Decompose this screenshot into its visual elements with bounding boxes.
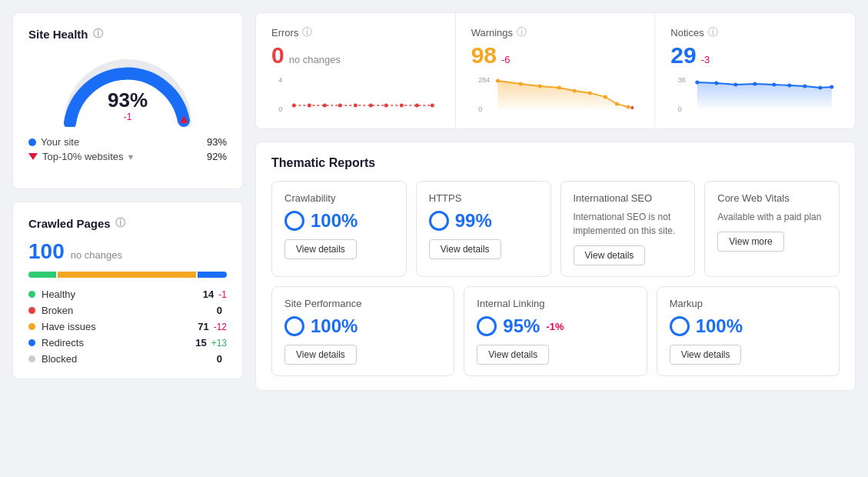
- svg-point-18: [537, 85, 541, 88]
- label-redirects: Redirects: [42, 337, 195, 349]
- markup-score: 100%: [670, 315, 826, 337]
- linking-name: Internal Linking: [477, 298, 634, 309]
- linking-score-change: -1%: [546, 321, 564, 332]
- intl-seo-name: International SEO: [574, 192, 683, 204]
- svg-point-5: [323, 104, 327, 108]
- site-health-card: Site Health ⓘ 93% -1: [12, 12, 243, 189]
- pb-healthy: [28, 272, 56, 278]
- intl-seo-view-btn[interactable]: View details: [574, 245, 646, 265]
- report-internal-linking: Internal Linking 95% -1% View details: [464, 286, 647, 376]
- svg-text:0: 0: [278, 105, 282, 113]
- crawled-pages-title: Crawled Pages ⓘ: [28, 216, 227, 230]
- label-broken: Broken: [42, 305, 217, 316]
- gauge-center: 93% -1: [108, 90, 148, 122]
- crawled-row-redirects: Redirects 15 +13: [28, 337, 227, 349]
- svg-point-3: [292, 104, 296, 108]
- label-blocked: Blocked: [42, 353, 217, 365]
- markup-score-val: 100%: [696, 315, 743, 337]
- notices-label: Notices ⓘ: [670, 25, 840, 39]
- errors-label-text: Errors: [271, 27, 298, 38]
- top-site-legend: Top-10% websites ▼ 92%: [28, 151, 227, 162]
- crawled-row-healthy: Healthy 14 -1: [28, 289, 227, 300]
- svg-point-16: [495, 79, 499, 83]
- site-health-title: Site Health ⓘ: [28, 27, 227, 41]
- site-health-label: Site Health: [28, 28, 88, 41]
- crawlability-view-btn[interactable]: View details: [284, 239, 357, 259]
- gauge-container: 93% -1 Your site 93%: [28, 50, 227, 165]
- dot-redirects: [28, 339, 35, 346]
- num-issues: 71: [198, 321, 208, 332]
- svg-text:4: 4: [278, 76, 282, 84]
- perf-score-val: 100%: [311, 315, 358, 337]
- dot-blocked: [28, 355, 35, 362]
- warnings-info-icon[interactable]: ⓘ: [517, 25, 527, 39]
- crawled-progress-bar: [28, 272, 227, 278]
- crawlability-circle-icon: [284, 211, 304, 231]
- thematic-title: Thematic Reports: [271, 156, 840, 170]
- markup-view-btn[interactable]: View details: [670, 345, 742, 365]
- crawled-legend: Healthy 14 -1 Broken 0 Have issues 71 -1…: [28, 289, 227, 365]
- metric-errors: Errors ⓘ 0 no changes 4 0: [256, 13, 456, 128]
- errors-value: 0: [271, 42, 284, 68]
- svg-text:0: 0: [678, 105, 682, 113]
- svg-point-8: [369, 104, 373, 108]
- warnings-chart: 284 0: [471, 75, 640, 113]
- change-issues: -12: [214, 322, 227, 332]
- label-healthy: Healthy: [42, 289, 203, 300]
- linking-view-btn[interactable]: View details: [477, 345, 549, 365]
- errors-change: no changes: [289, 54, 341, 65]
- svg-text:284: 284: [478, 76, 490, 84]
- svg-point-34: [788, 84, 792, 88]
- notices-info-icon[interactable]: ⓘ: [708, 25, 718, 39]
- svg-point-31: [734, 83, 738, 87]
- gauge-percent: 93%: [108, 90, 148, 110]
- crawled-count-sub: no changes: [71, 249, 122, 261]
- markup-name: Markup: [670, 298, 826, 309]
- errors-chart: 4 0: [271, 75, 440, 113]
- notices-value: 29: [670, 42, 696, 68]
- your-site-value: 93%: [207, 136, 227, 148]
- svg-point-25: [630, 106, 634, 110]
- top-site-chevron[interactable]: ▼: [127, 152, 135, 162]
- https-view-btn[interactable]: View details: [429, 239, 501, 259]
- your-site-dot: [28, 138, 36, 146]
- cwv-view-btn[interactable]: View more: [717, 232, 783, 252]
- metrics-row: Errors ⓘ 0 no changes 4 0: [255, 12, 856, 129]
- perf-name: Site Performance: [284, 298, 441, 309]
- perf-view-btn[interactable]: View details: [284, 345, 357, 365]
- change-redirects: +13: [211, 338, 227, 349]
- https-name: HTTPS: [429, 192, 538, 204]
- dot-broken: [28, 307, 35, 314]
- https-score: 99%: [429, 210, 538, 232]
- intl-seo-desc: International SEO is not implemented on …: [574, 210, 683, 238]
- markup-circle-icon: [670, 316, 690, 336]
- num-healthy: 14: [203, 289, 214, 300]
- report-crawlability: Crawlability 100% View details: [271, 181, 407, 277]
- errors-value-row: 0 no changes: [271, 42, 440, 68]
- crawled-pages-info-icon[interactable]: ⓘ: [115, 216, 125, 230]
- num-blocked: 0: [217, 353, 222, 365]
- https-score-val: 99%: [455, 210, 492, 232]
- reports-row-2: Site Performance 100% View details Inter…: [271, 286, 840, 376]
- crawled-pages-label: Crawled Pages: [28, 217, 111, 230]
- label-issues: Have issues: [42, 321, 198, 332]
- crawlability-name: Crawlability: [284, 192, 394, 204]
- report-markup: Markup 100% View details: [657, 286, 840, 376]
- site-health-info-icon[interactable]: ⓘ: [93, 27, 103, 41]
- crawled-row-broken: Broken 0: [28, 305, 227, 316]
- perf-score: 100%: [284, 315, 441, 337]
- svg-point-4: [308, 104, 311, 108]
- warnings-change: -6: [501, 54, 510, 65]
- errors-info-icon[interactable]: ⓘ: [302, 25, 312, 39]
- svg-point-30: [715, 82, 719, 85]
- crawlability-score: 100%: [284, 210, 394, 232]
- report-core-web-vitals: Core Web Vitals Available with a paid pl…: [704, 181, 840, 277]
- svg-point-19: [557, 86, 560, 90]
- svg-marker-15: [497, 81, 632, 108]
- svg-point-11: [415, 104, 419, 108]
- dot-healthy: [28, 291, 35, 298]
- num-redirects: 15: [195, 337, 206, 349]
- gauge-wrapper: 93% -1: [58, 50, 197, 127]
- cwv-desc: Available with a paid plan: [717, 210, 826, 224]
- svg-text:36: 36: [678, 76, 686, 84]
